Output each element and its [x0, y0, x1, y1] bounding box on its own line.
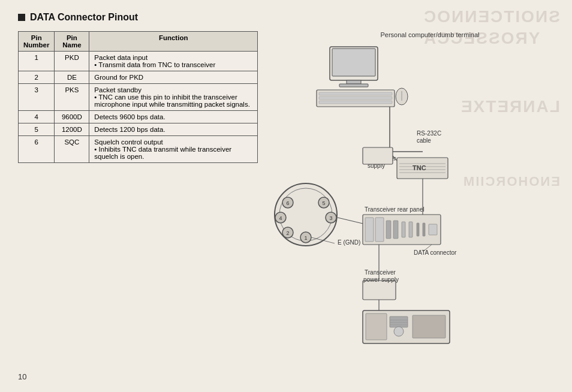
pin-function-cell: Ground for PKD: [89, 71, 258, 84]
pin-function-cell: Detects 1200 bps data.: [89, 123, 258, 136]
svg-rect-49: [429, 224, 437, 235]
diagram-area: Personal computer/dumb terminal: [270, 31, 554, 354]
pin-number-cell: 4: [19, 111, 55, 123]
svg-rect-47: [417, 223, 419, 236]
svg-rect-54: [363, 281, 396, 300]
pin-name-cell: DE: [55, 71, 89, 84]
table-row: 49600DDetects 9600 bps data.: [19, 111, 258, 123]
svg-rect-3: [339, 84, 368, 87]
table-row: 51200DDetects 1200 bps data.: [19, 123, 258, 136]
svg-text:DATA connector: DATA connector: [414, 249, 457, 256]
svg-text:3: 3: [329, 215, 332, 221]
svg-rect-43: [386, 221, 391, 239]
pin-name-cell: PKS: [55, 84, 89, 111]
svg-rect-48: [423, 223, 425, 236]
svg-rect-5: [319, 92, 392, 95]
svg-text:5: 5: [322, 200, 325, 206]
col-header-pin: PinNumber: [19, 32, 55, 52]
pinout-table: PinNumber PinName Function 1PKDPacket da…: [18, 31, 258, 163]
svg-rect-45: [402, 222, 405, 237]
svg-rect-1: [332, 49, 375, 76]
svg-text:6: 6: [286, 200, 289, 206]
svg-rect-58: [366, 313, 387, 340]
svg-text:1: 1: [304, 235, 307, 241]
pc-label: Personal computer/dumb terminal: [306, 31, 554, 38]
pin-number-cell: 6: [19, 136, 55, 163]
table-row: 3PKSPacket standby• TNC can use this pin…: [19, 84, 258, 111]
table-container: PinNumber PinName Function 1PKDPacket da…: [18, 31, 258, 354]
pin-number-cell: 1: [19, 52, 55, 71]
svg-rect-44: [393, 221, 398, 239]
page: SNOITCENNOCYROSSECCA LANRETXE ENOHORCIIM…: [0, 0, 572, 392]
svg-point-60: [394, 327, 404, 336]
header-bullet: [18, 14, 25, 21]
svg-rect-42: [375, 218, 384, 242]
section-header: DATA Connector Pinout: [18, 12, 554, 23]
pin-name-cell: 1200D: [55, 123, 89, 136]
table-row: 6SQCSquelch control output• Inhibits TNC…: [19, 136, 258, 163]
svg-rect-46: [409, 222, 413, 237]
svg-text:cable: cable: [417, 137, 431, 144]
pin-function-cell: Squelch control output• Inhibits TNC dat…: [89, 136, 258, 163]
table-row: 1PKDPacket data input• Transmit data fro…: [19, 52, 258, 71]
svg-rect-2: [347, 80, 361, 84]
connection-diagram: RS-232C cable TNC power supply TNC: [270, 41, 554, 352]
pin-name-cell: SQC: [55, 136, 89, 163]
svg-text:RS-232C: RS-232C: [417, 130, 441, 137]
svg-text:TNC: TNC: [413, 164, 426, 171]
svg-rect-6: [319, 97, 392, 99]
page-number: 10: [18, 372, 26, 381]
main-layout: PinNumber PinName Function 1PKDPacket da…: [18, 31, 554, 354]
svg-text:power supply: power supply: [363, 276, 399, 283]
col-header-function: Function: [89, 32, 258, 52]
pin-function-cell: Packet standby• TNC can use this pin to …: [89, 84, 258, 111]
col-header-name: PinName: [55, 32, 89, 52]
pin-function-cell: Packet data input• Transmit data from TN…: [89, 52, 258, 71]
svg-text:E (GND): E (GND): [338, 239, 360, 246]
svg-text:Transceiver rear panel: Transceiver rear panel: [365, 206, 425, 213]
svg-text:2: 2: [286, 230, 289, 236]
svg-rect-7: [319, 101, 392, 104]
pin-number-cell: 2: [19, 71, 55, 84]
svg-rect-16: [363, 147, 393, 164]
section-title: DATA Connector Pinout: [30, 12, 138, 23]
pin-name-cell: 9600D: [55, 111, 89, 123]
pin-number-cell: 3: [19, 84, 55, 111]
pin-number-cell: 5: [19, 123, 55, 136]
svg-rect-59: [390, 316, 408, 327]
svg-text:4: 4: [279, 215, 282, 221]
table-row: 2DEGround for PKD: [19, 71, 258, 84]
pin-name-cell: PKD: [55, 52, 89, 71]
svg-line-53: [338, 218, 363, 224]
svg-rect-61: [413, 315, 445, 338]
pin-function-cell: Detects 9600 bps data.: [89, 111, 258, 123]
svg-rect-41: [365, 218, 374, 242]
svg-text:Transceiver: Transceiver: [365, 269, 396, 276]
